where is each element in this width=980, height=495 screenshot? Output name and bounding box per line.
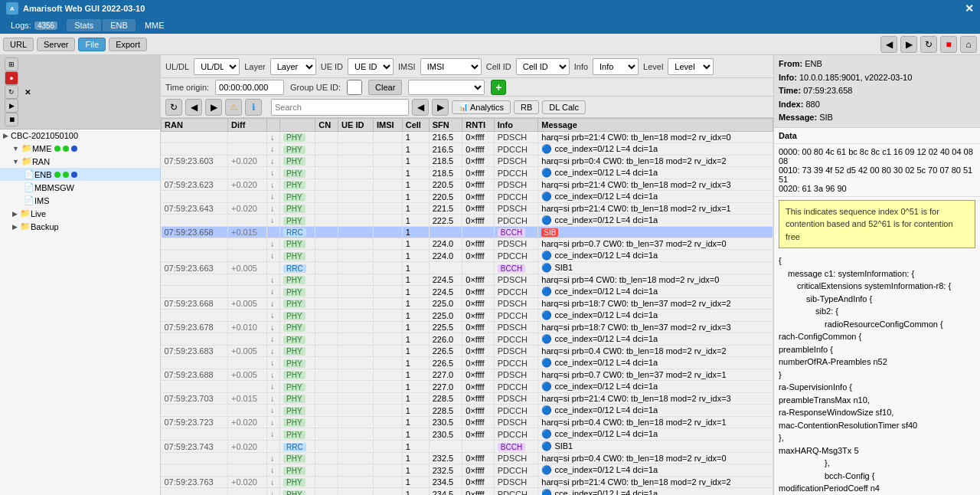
- file-button[interactable]: File: [78, 38, 106, 51]
- imsi-select[interactable]: IMSI: [420, 58, 482, 75]
- ueid-cell: [338, 381, 374, 393]
- table-row[interactable]: 07:59:23.668 +0.005 ↓ PHY 1 225.0 0×ffff…: [162, 298, 773, 310]
- search-prev-button[interactable]: ◀: [412, 99, 429, 116]
- group-ue-checkbox[interactable]: [347, 80, 362, 95]
- sidebar-item-mme[interactable]: ▼ 📁 MME: [0, 142, 160, 155]
- table-row[interactable]: 07:59:23.763 +0.020 ↓ PHY 1 234.5 0×ffff…: [162, 477, 773, 488]
- table-row[interactable]: 07:59:23.658 +0.015 RRC 1 BCCH SIB: [162, 227, 773, 238]
- layer-cell: PHY: [280, 274, 315, 286]
- sidebar-btn-1[interactable]: ⊞: [5, 57, 18, 71]
- level-select[interactable]: Level: [668, 58, 714, 75]
- ueid-cell: [338, 143, 374, 156]
- menu-mme[interactable]: MME: [137, 19, 172, 31]
- close-button[interactable]: ✕: [965, 2, 974, 15]
- warning-button[interactable]: ⚠: [225, 99, 242, 116]
- table-row[interactable]: ↓ PHY 1 222.5 0×ffff PDCCH 🔵 cce_index=0…: [162, 215, 773, 227]
- time-origin-input[interactable]: [215, 80, 284, 95]
- sidebar-item-enb[interactable]: 📄 ENB: [0, 168, 160, 181]
- sidebar-btn-4[interactable]: ▶: [5, 99, 18, 113]
- table-row[interactable]: 07:59:23.643 +0.020 ↓ PHY 1 221.5 0×ffff…: [162, 203, 773, 215]
- nav-back-button[interactable]: ◀: [880, 36, 897, 53]
- table-row[interactable]: ↓ PHY 1 232.5 0×ffff PDSCH harq=si prb=0…: [162, 453, 773, 464]
- msg-text: 🔵 cce_index=0/12 L=4 dci=1a: [541, 192, 658, 201]
- col-ran: RAN: [162, 119, 228, 132]
- table-row[interactable]: 07:59:23.623 +0.020 ↓ PHY 1 220.5 0×ffff…: [162, 179, 773, 191]
- phy-badge: PHY: [283, 383, 305, 392]
- table-row[interactable]: ↓ PHY 1 230.5 0×ffff PDCCH 🔵 cce_index=0…: [162, 428, 773, 441]
- clear-select[interactable]: [408, 80, 485, 95]
- url-button[interactable]: URL: [3, 38, 34, 51]
- sidebar-item-ran[interactable]: ▼ 📁 RAN: [0, 155, 160, 168]
- table-row[interactable]: ↓ PHY 1 224.0 0×ffff PDCCH 🔵 cce_index=0…: [162, 250, 773, 262]
- next-button[interactable]: ▶: [205, 99, 222, 116]
- refresh-button[interactable]: ↻: [920, 36, 937, 53]
- sidebar-btn-3[interactable]: ↻: [5, 85, 18, 99]
- table-row[interactable]: 07:59:23.743 +0.020 RRC 1 BCCH 🔵 SIB1: [162, 441, 773, 453]
- table-row[interactable]: ↓ PHY 1 232.5 0×ffff PDCCH 🔵 cce_index=0…: [162, 464, 773, 477]
- menu-enb[interactable]: ENB: [103, 19, 136, 31]
- table-row[interactable]: ↓ PHY 1 216.5 0×ffff PDSCH harq=si prb=2…: [162, 132, 773, 143]
- refresh-table-button[interactable]: ↻: [165, 99, 182, 116]
- table-row[interactable]: ↓ PHY 1 224.5 0×ffff PDSCH harq=si prb=4…: [162, 274, 773, 286]
- diff-cell: +0.015: [227, 227, 266, 238]
- search-input[interactable]: [271, 99, 409, 116]
- uldl-select[interactable]: UL/DL: [194, 58, 240, 75]
- mme-status-green: [54, 146, 60, 152]
- menu-stats[interactable]: Stats: [67, 19, 101, 31]
- ueid-select[interactable]: UE ID: [348, 58, 394, 75]
- sidebar-item-ims[interactable]: 📄 IMS: [0, 194, 160, 207]
- table-row[interactable]: 07:59:23.663 +0.005 RRC 1 BCCH 🔵 SIB1: [162, 262, 773, 274]
- nav-forward-button[interactable]: ▶: [900, 36, 917, 53]
- table-row[interactable]: 07:59:23.703 +0.015 ↓ PHY 1 228.5 0×ffff…: [162, 393, 773, 405]
- table-row[interactable]: ↓ PHY 1 227.0 0×ffff PDCCH 🔵 cce_index=0…: [162, 381, 773, 393]
- phy-badge: PHY: [283, 240, 305, 248]
- menu-logs[interactable]: Logs: 4356: [3, 19, 65, 31]
- table-row[interactable]: ↓ PHY 1 225.0 0×ffff PDCCH 🔵 cce_index=0…: [162, 310, 773, 322]
- cn-cell: [315, 405, 338, 417]
- table-row[interactable]: ↓ PHY 1 228.5 0×ffff PDCCH 🔵 cce_index=0…: [162, 405, 773, 417]
- server-button[interactable]: Server: [37, 38, 75, 51]
- table-row[interactable]: 07:59:23.688 +0.005 ↓ PHY 1 227.0 0×ffff…: [162, 369, 773, 381]
- rb-button[interactable]: RB: [514, 100, 539, 114]
- home-button[interactable]: ⌂: [960, 36, 977, 53]
- dl-calc-button[interactable]: DL Calc: [542, 100, 586, 114]
- sidebar-btn-5[interactable]: ⏹: [5, 113, 18, 126]
- cellid-select[interactable]: Cell ID: [516, 58, 570, 75]
- sidebar-btn-2[interactable]: ●: [5, 71, 18, 85]
- table-row[interactable]: 07:59:23.603 +0.020 ↓ PHY 1 218.5 0×ffff…: [162, 156, 773, 167]
- layer-select[interactable]: Layer: [270, 58, 316, 75]
- sidebar-close[interactable]: ✕: [24, 88, 31, 97]
- table-row[interactable]: 07:59:23.683 +0.005 ↓ PHY 1 226.5 0×ffff…: [162, 346, 773, 357]
- sidebar-item-mbmsgw[interactable]: 📄 MBMSGW: [0, 181, 160, 194]
- cn-cell: [315, 250, 338, 262]
- table-row[interactable]: ↓ PHY 1 226.5 0×ffff PDCCH 🔵 cce_index=0…: [162, 357, 773, 369]
- sidebar-header: ⊞ ● ↻ ▶ ⏹ ✕: [0, 55, 160, 129]
- table-row[interactable]: ↓ PHY 1 224.5 0×ffff PDCCH 🔵 cce_index=0…: [162, 286, 773, 298]
- table-row[interactable]: 07:59:23.723 +0.020 ↓ PHY 1 230.5 0×ffff…: [162, 417, 773, 428]
- clear-button[interactable]: Clear: [368, 80, 402, 95]
- search-next-button[interactable]: ▶: [432, 99, 449, 116]
- info-select[interactable]: Info: [593, 58, 639, 75]
- table-row[interactable]: ↓ PHY 1 216.5 0×ffff PDCCH 🔵 cce_index=0…: [162, 143, 773, 156]
- add-filter-button[interactable]: +: [491, 80, 506, 95]
- table-row[interactable]: ↓ PHY 1 218.5 0×ffff PDCCH 🔵 cce_index=0…: [162, 167, 773, 179]
- table-row[interactable]: ↓ PHY 1 226.0 0×ffff PDCCH 🔵 cce_index=0…: [162, 333, 773, 346]
- dir-cell: ↓: [267, 250, 280, 262]
- sidebar-root[interactable]: ▶ CBC-2021050100: [0, 129, 160, 142]
- col-diff: Diff: [227, 119, 266, 132]
- info-button[interactable]: ℹ: [245, 99, 262, 116]
- sidebar-item-live[interactable]: ▶ 📁 Live: [0, 207, 160, 220]
- table-row[interactable]: ↓ PHY 1 220.5 0×ffff PDCCH 🔵 cce_index=0…: [162, 191, 773, 203]
- table-row[interactable]: ↓ PHY 1 224.0 0×ffff PDSCH harq=si prb=0…: [162, 238, 773, 250]
- stop-button[interactable]: ■: [940, 36, 957, 53]
- message-cell: 🔵 cce_index=0/12 L=4 dci=1a: [538, 250, 773, 262]
- table-row[interactable]: ↓ PHY 1 234.5 0×ffff PDCCH 🔵 cce_index=0…: [162, 488, 773, 496]
- rnti-cell: 0×ffff: [462, 238, 494, 250]
- prev-button[interactable]: ◀: [185, 99, 202, 116]
- export-button[interactable]: Export: [109, 38, 147, 51]
- sidebar-item-backup[interactable]: ▶ 📁 Backup: [0, 220, 160, 233]
- dir-cell: ↓: [267, 310, 280, 322]
- table-header-row: RAN Diff CN UE ID IMSI Cell SFN RNTI Inf…: [162, 119, 773, 132]
- table-row[interactable]: 07:59:23.678 +0.010 ↓ PHY 1 225.5 0×ffff…: [162, 322, 773, 333]
- analytics-button[interactable]: 📊 Analytics: [452, 100, 511, 114]
